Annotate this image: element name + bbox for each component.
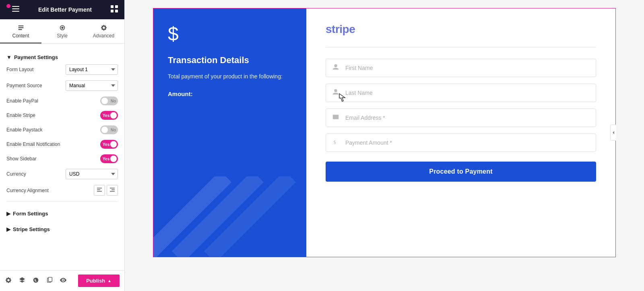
user-icon-last [332,88,339,97]
last-name-input[interactable] [326,84,596,102]
enable-email-notification-toggle[interactable]: Yes [100,140,118,149]
amount-label: Amount: [168,90,292,97]
blue-panel-decoration [153,176,306,257]
dollar-icon: $ [168,25,292,44]
blue-panel: $ Transaction Details Total payment of y… [153,8,306,257]
proceed-to-payment-button[interactable]: Proceed to Payment [326,162,596,182]
page-title: Edit Better Payment [38,6,92,13]
sidebar-content-area: ▼ Payment Settings Form Layout Layout 1 … [0,44,124,270]
eye-bottom-icon[interactable] [60,277,67,285]
payment-amount-input[interactable] [326,133,596,152]
stripe-thumb [110,112,117,119]
tab-content[interactable]: Content [0,19,41,43]
settings-divider [6,201,118,202]
svg-text:$: $ [334,139,336,145]
align-right-button[interactable] [107,185,118,196]
last-name-field [326,84,596,102]
payment-settings-header[interactable]: ▼ Payment Settings [6,50,118,64]
email-input[interactable] [326,109,596,127]
hamburger-icon[interactable] [12,6,19,12]
transaction-title: Transaction Details [168,55,292,66]
paystack-track[interactable]: No [100,125,118,134]
collapse-handle[interactable] [610,125,616,141]
currency-select[interactable]: USD EUR GBP [66,169,118,179]
align-left-icon [97,187,102,193]
enable-paystack-row: Enable Paystack No [6,125,118,134]
transaction-description: Total payment of your product in the fol… [168,72,292,81]
enable-paystack-label: Enable Paystack [6,127,42,133]
svg-rect-1 [12,8,19,9]
payment-source-select[interactable]: Manual Auto [66,80,118,91]
form-panel: stripe [306,8,615,257]
align-left-button[interactable] [94,185,105,196]
form-layout-label: Form Layout [6,67,33,72]
svg-line-19 [210,176,290,257]
email-notification-thumb [110,141,117,148]
first-name-input[interactable] [326,59,596,77]
tab-advanced-label: Advanced [93,33,114,39]
stripe-settings-arrow: ▶ [6,226,10,232]
duplicate-bottom-icon[interactable] [46,277,53,285]
form-settings-arrow: ▶ [6,211,10,217]
publish-button[interactable]: Publish ▲ [78,275,120,287]
payment-settings-label: Payment Settings [14,54,58,60]
enable-paypal-row: Enable PayPal No [6,96,118,105]
layers-bottom-icon[interactable] [19,277,26,285]
tab-style-label: Style [57,33,68,39]
currency-label: Currency [6,171,26,177]
paystack-no-label: No [111,128,116,132]
history-bottom-icon[interactable] [32,277,39,285]
show-sidebar-toggle[interactable]: Yes [100,154,118,163]
enable-paypal-toggle[interactable]: No [100,96,118,105]
tab-advanced[interactable]: Advanced [83,19,124,43]
form-settings-header[interactable]: ▶ Form Settings [6,207,118,221]
payment-source-label: Payment Source [6,83,42,88]
enable-paystack-toggle[interactable]: No [100,125,118,134]
enable-email-notification-row: Enable Email Notification Yes [6,140,118,149]
show-sidebar-track[interactable]: Yes [100,154,118,163]
currency-row: Currency USD EUR GBP [6,169,118,179]
svg-rect-5 [111,10,114,12]
email-notification-track[interactable]: Yes [100,140,118,149]
stripe-settings-header[interactable]: ▶ Stripe Settings [6,222,118,236]
svg-rect-2 [12,11,19,12]
form-layout-row: Form Layout Layout 1 Layout 2 Layout 3 [6,64,118,75]
publish-chevron-icon: ▲ [107,279,111,283]
payment-amount-field: $ [326,133,596,152]
paystack-thumb [101,127,108,133]
sidebar-header: Edit Better Payment [0,0,124,19]
currency-alignment-label: Currency Alignment [6,188,49,193]
stripe-divider [326,47,596,47]
status-dot [6,4,10,8]
gear-icon [100,24,107,31]
enable-stripe-toggle[interactable]: Yes [100,111,118,120]
svg-rect-3 [111,5,114,8]
grid-icon[interactable] [111,5,118,14]
svg-rect-16 [48,277,52,281]
collapse-arrow-icon: ▼ [6,54,12,60]
email-icon [332,113,339,122]
user-icon-first [332,64,339,72]
payment-source-row: Payment Source Manual Auto [6,80,118,91]
svg-rect-6 [115,10,118,12]
form-settings-section: ▶ Form Settings [6,207,118,221]
currency-alignment-buttons [94,185,118,196]
tab-content-label: Content [12,33,29,39]
sidebar: Edit Better Payment Content Style Advanc… [0,0,125,291]
form-layout-select[interactable]: Layout 1 Layout 2 Layout 3 [66,64,118,75]
first-name-field [326,59,596,77]
settings-bottom-icon[interactable] [5,277,12,285]
show-sidebar-yes-label: Yes [103,157,109,161]
svg-rect-4 [115,5,118,8]
show-sidebar-row: Show Sidebar Yes [6,154,118,163]
email-field [326,109,596,127]
form-settings-label: Form Settings [13,211,48,217]
align-right-icon [109,187,115,193]
enable-paypal-label: Enable PayPal [6,98,38,104]
stripe-track[interactable]: Yes [100,111,118,120]
email-notification-yes-label: Yes [103,142,109,147]
sidebar-tabs: Content Style Advanced [0,19,124,44]
paypal-track[interactable]: No [100,96,118,105]
paypal-thumb [101,98,108,104]
tab-style[interactable]: Style [41,19,83,43]
